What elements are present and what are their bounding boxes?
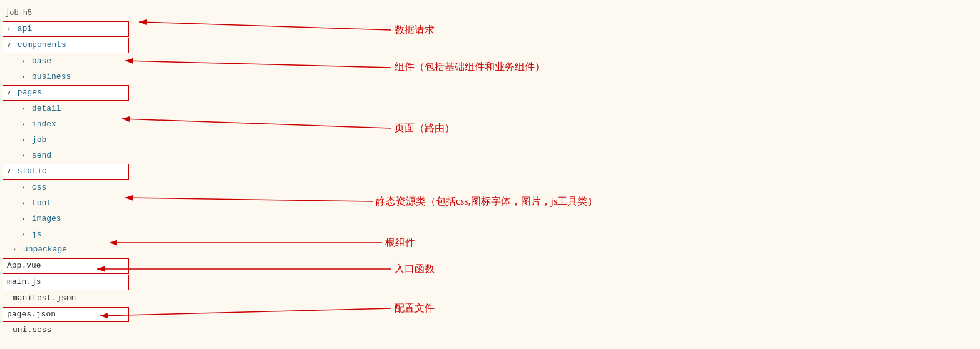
file-manifestjson: manifest.json [13,293,76,303]
annotation-components: 组件（包括基础组件和业务组件） [395,61,545,74]
arrow-icon-business: › [21,74,25,81]
arrow-icon-detail: › [21,106,25,113]
folder-css: css [32,183,46,192]
arrow-icon-base: › [21,58,25,65]
folder-api: api [18,24,32,33]
annotation-static: 静态资源类（包括css,图标字体，图片，js工具类） [376,195,597,208]
folder-index: index [32,119,56,129]
arrow-icon-font: › [21,200,25,207]
file-tree: job-h5 › api ∨ components › base › busin… [0,0,132,343]
tree-item-css[interactable]: › css [0,180,132,196]
arrow-components [125,61,391,68]
folder-send: send [32,151,51,160]
annotation-api: 数据请求 [395,24,435,37]
folder-base: base [32,56,51,66]
tree-item-business[interactable]: › business [0,69,132,85]
arrow-static [125,198,373,201]
arrow-icon-api: › [7,26,11,33]
tree-item-components[interactable]: ∨ components [3,38,129,53]
arrow-icon-pages: ∨ [7,89,11,96]
tree-item-base[interactable]: › base [0,54,132,69]
arrow-icon-send: › [21,153,25,159]
file-pagesjson: pages.json [7,310,56,319]
folder-detail: detail [32,104,61,113]
annotation-pagesjson: 配置文件 [395,302,435,315]
tree-item-mainjs[interactable]: main.js [3,275,129,290]
annotation-pages: 页面（路由） [395,122,455,135]
folder-font: font [32,198,51,208]
tree-item-appvue[interactable]: App.vue [3,258,129,274]
folder-unpackage: unpackage [23,245,67,254]
folder-images: images [32,214,61,223]
arrow-icon-static: ∨ [7,168,11,175]
tree-item-job[interactable]: › job [0,133,132,148]
tree-item-static[interactable]: ∨ static [3,164,129,180]
folder-static: static [18,166,47,176]
folder-business: business [32,72,71,81]
tree-item-detail[interactable]: › detail [0,101,132,117]
arrow-icon-job: › [21,137,25,144]
arrow-icon-components: ∨ [7,42,11,49]
arrow-icon-css: › [21,185,25,191]
tree-item-index[interactable]: › index [0,117,132,133]
arrow-pagesjson [100,308,391,316]
arrow-icon-index: › [21,121,25,128]
arrows-layer [0,0,980,349]
tree-item-api[interactable]: › api [3,21,129,37]
tree-item-pagesjson[interactable]: pages.json [3,307,129,323]
tree-item-uniscss[interactable]: uni.scss [0,323,132,338]
tree-item-unpackage[interactable]: › unpackage [0,242,132,258]
arrow-pages [122,119,391,128]
tree-item-manifestjson[interactable]: manifest.json [0,291,132,306]
file-appvue: App.vue [7,261,41,270]
folder-pages: pages [18,88,42,97]
folder-components: components [18,40,66,49]
tree-item-images[interactable]: › images [0,211,132,227]
root-label: job-h5 [0,5,132,21]
arrow-api [139,22,391,30]
tree-item-send[interactable]: › send [0,148,132,164]
arrow-icon-js: › [21,231,25,238]
tree-item-font[interactable]: › font [0,196,132,211]
annotation-unpackage: 根组件 [385,236,415,250]
tree-item-js[interactable]: › js [0,227,132,243]
annotation-mainjs: 入口函数 [395,263,435,276]
root-name: job-h5 [5,9,32,18]
folder-job: job [32,135,46,144]
file-mainjs: main.js [7,277,41,286]
tree-item-pages[interactable]: ∨ pages [3,85,129,101]
arrow-icon-unpackage: › [13,246,16,253]
arrow-icon-images: › [21,216,25,223]
file-uniscss: uni.scss [13,325,51,335]
folder-js: js [32,230,42,239]
